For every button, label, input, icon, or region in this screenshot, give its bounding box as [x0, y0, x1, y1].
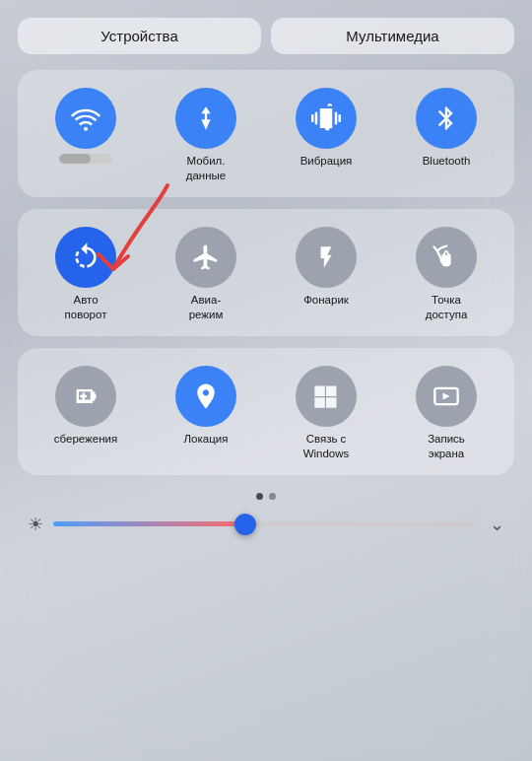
hotspot-icon	[432, 243, 460, 271]
row2-grid: Авто поворот Авиа- режим	[28, 227, 504, 322]
row1-grid: Мобил. данные Вибрация	[28, 88, 504, 183]
mobile-data-label: Мобил. данные	[186, 154, 226, 183]
hotspot-item[interactable]: Точка доступа	[388, 227, 504, 322]
hotspot-icon-circle	[416, 227, 477, 288]
row1-panel: Мобил. данные Вибрация	[18, 70, 514, 197]
flashlight-icon-circle	[296, 227, 357, 288]
flashlight-icon	[313, 244, 339, 270]
battery-saver-label: сбережения	[54, 432, 117, 447]
windows-link-label: Связь с Windows	[303, 432, 350, 461]
tab-media[interactable]: Мультимедиа	[271, 18, 514, 54]
page-dots	[256, 493, 276, 500]
row2-panel: Авто поворот Авиа- режим	[18, 209, 514, 336]
tab-bar: Устройства Мультимедиа	[18, 18, 514, 54]
vibration-icon-circle	[296, 88, 357, 149]
screen-record-label: Запись экрана	[428, 432, 465, 461]
auto-rotate-icon	[70, 242, 101, 273]
brightness-low-icon: ☀	[28, 514, 43, 535]
hotspot-label: Точка доступа	[426, 293, 468, 322]
location-label: Локация	[184, 432, 229, 447]
mobile-data-item[interactable]: Мобил. данные	[148, 88, 264, 183]
dot-1	[256, 493, 263, 500]
dot-2	[269, 493, 276, 500]
brightness-thumb[interactable]	[234, 514, 256, 535]
wifi-signal-bar	[59, 154, 112, 164]
bluetooth-icon	[432, 104, 460, 132]
screen-record-item[interactable]: Запись экрана	[388, 366, 504, 461]
wifi-icon-circle	[55, 88, 116, 149]
tab-media-label: Мультимедиа	[346, 28, 438, 44]
vibration-icon	[311, 104, 341, 133]
auto-rotate-icon-circle	[55, 227, 116, 288]
airplane-label: Авиа- режим	[189, 293, 224, 322]
row3-panel: сбережения Локация Связ	[18, 348, 514, 475]
airplane-icon	[191, 242, 221, 272]
location-item[interactable]: Локация	[148, 366, 264, 461]
tab-devices[interactable]: Устройства	[18, 18, 261, 54]
airplane-item[interactable]: Авиа- режим	[148, 227, 264, 322]
windows-link-icon-circle	[296, 366, 357, 427]
screen-record-icon	[432, 382, 460, 410]
airplane-icon-circle	[175, 227, 236, 288]
brightness-fill	[53, 521, 245, 526]
vibration-label: Вибрация	[300, 154, 353, 169]
battery-saver-icon-circle	[55, 366, 116, 427]
bottom-section: ☀ ⌄	[18, 493, 514, 545]
bluetooth-item[interactable]: Bluetooth	[388, 88, 504, 183]
wifi-icon	[70, 103, 101, 134]
bluetooth-label: Bluetooth	[423, 154, 471, 169]
location-icon-circle	[175, 366, 236, 427]
brightness-slider[interactable]	[53, 521, 480, 526]
auto-rotate-item[interactable]: Авто поворот	[28, 227, 144, 322]
chevron-down-icon[interactable]: ⌄	[490, 514, 504, 535]
vibration-item[interactable]: Вибрация	[268, 88, 384, 183]
windows-link-icon	[312, 382, 340, 410]
wifi-item[interactable]	[28, 88, 144, 183]
mobile-data-icon	[192, 104, 220, 132]
tab-devices-label: Устройства	[100, 28, 177, 44]
mobile-data-icon-circle	[175, 88, 236, 149]
windows-link-item[interactable]: Связь с Windows	[268, 366, 384, 461]
flashlight-item[interactable]: Фонарик	[268, 227, 384, 322]
screen-record-icon-circle	[416, 366, 477, 427]
bluetooth-icon-circle	[416, 88, 477, 149]
location-icon	[191, 381, 221, 411]
brightness-row: ☀ ⌄	[18, 514, 514, 535]
battery-saver-icon	[72, 382, 100, 410]
row3-grid: сбережения Локация Связ	[28, 366, 504, 461]
flashlight-label: Фонарик	[303, 293, 349, 308]
battery-saver-item[interactable]: сбережения	[28, 366, 144, 461]
auto-rotate-label: Авто поворот	[65, 293, 107, 322]
